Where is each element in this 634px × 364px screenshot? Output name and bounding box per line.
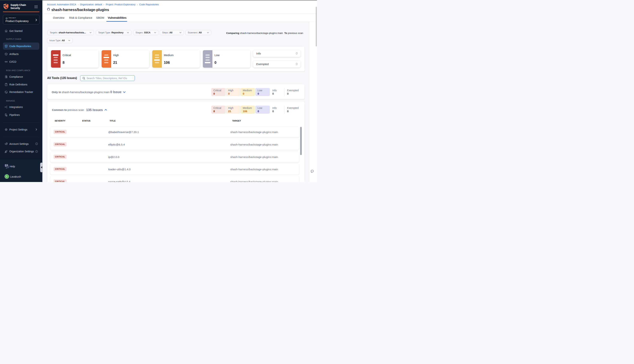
svg-text:?: ? (6, 164, 7, 166)
